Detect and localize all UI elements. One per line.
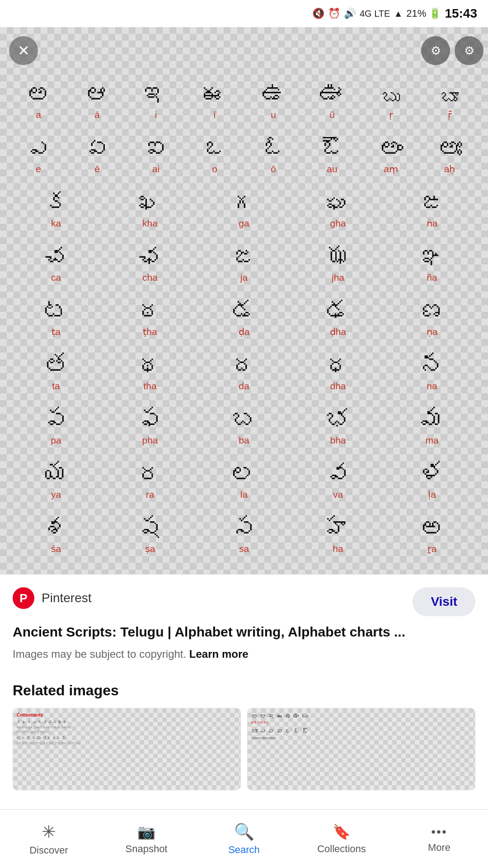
- media-button-1[interactable]: ⚙: [421, 36, 450, 65]
- clock: 15:43: [445, 6, 477, 21]
- media-controls: ⚙ ⚙: [421, 36, 483, 65]
- nav-item-collections[interactable]: 🔖 Collections: [293, 823, 390, 855]
- script-cell: గ ga: [197, 185, 291, 235]
- script-cell: త ta: [9, 348, 103, 398]
- script-cell: ల la: [197, 457, 291, 506]
- script-cell: ఆ ā: [68, 77, 127, 127]
- source-row: P Pinterest Visit: [13, 587, 475, 616]
- vowels-row2: ఎ e ఏ ē ఐ ai ఒ o ఓ ō ఔ au: [9, 131, 479, 181]
- snapshot-icon: 📷: [137, 823, 155, 840]
- script-cell: ఱ ṟa: [385, 511, 479, 561]
- script-cell: బూ ṝ: [420, 77, 479, 127]
- script-cell: బ ba: [197, 402, 291, 452]
- nav-item-discover[interactable]: ✳ Discover: [0, 822, 98, 856]
- script-cell: మ ma: [385, 402, 479, 452]
- signal-icon: ▲: [394, 9, 403, 19]
- image-title: Ancient Scripts: Telugu | Alphabet writi…: [13, 623, 475, 642]
- script-cell: అ a: [9, 77, 68, 127]
- script-cell: భ bha: [291, 402, 385, 452]
- script-cell: ఞ ña: [385, 240, 479, 289]
- network-label: 4G LTE: [360, 9, 390, 19]
- script-cell: ఔ au: [303, 131, 361, 181]
- source-name: Pinterest: [42, 591, 92, 605]
- mute-icon: 🔇: [312, 8, 324, 19]
- status-bar: 🔇 ⏰ 🔊 4G LTE ▲ 21% 🔋 15:43: [0, 0, 488, 27]
- script-cell: ఐ ai: [127, 131, 185, 181]
- script-cell: ఎ e: [9, 131, 68, 181]
- consonants-row2: చ ca ఛ cha జ ja ఝ jha ఞ ña: [9, 240, 479, 289]
- related-title: Related images: [13, 682, 475, 699]
- script-cell: య ya: [9, 457, 103, 506]
- script-cell: ట ṭa: [9, 294, 103, 344]
- nav-item-search[interactable]: 🔍 Search: [195, 822, 293, 856]
- vowels-row1: అ a ఆ ā ఇ i ఈ ī ఉ u ఊ ū: [9, 77, 479, 127]
- script-cell: హ ha: [291, 511, 385, 561]
- related-thumb-1[interactable]: Consonants క ఖ గ ఘ ఙ చ ఛ జ ఝ ఞ ka kha ga…: [13, 708, 241, 790]
- nav-item-more[interactable]: ••• More: [390, 825, 488, 854]
- discover-icon: ✳: [42, 822, 56, 842]
- alarm-icon: ⏰: [328, 8, 340, 19]
- pinterest-icon: P: [13, 587, 34, 609]
- script-cell: ఝ jha: [291, 240, 385, 289]
- script-cell: జ ja: [197, 240, 291, 289]
- script-cell: ఙ ṅa: [385, 185, 479, 235]
- related-section: Related images Consonants క ఖ గ ఘ ఙ చ ఛ …: [0, 670, 488, 790]
- media-button-2[interactable]: ⚙: [455, 36, 483, 65]
- battery-label: 21% 🔋: [406, 8, 441, 19]
- script-cell: ఏ ē: [68, 131, 127, 181]
- status-icons: 🔇 ⏰ 🔊 4G LTE ▲ 21% 🔋 15:43: [312, 6, 477, 21]
- script-cell: థ tha: [103, 348, 197, 398]
- script-cell: అం aṃ: [361, 131, 420, 181]
- script-cell: ద da: [197, 348, 291, 398]
- script-cell: ఊ ū: [303, 77, 361, 127]
- script-cell: అః aḥ: [420, 131, 479, 181]
- script-cell: బు ṛ: [361, 77, 420, 127]
- script-cell: ఉ u: [244, 77, 303, 127]
- bottom-nav: ✳ Discover 📷 Snapshot 🔍 Search 🔖 Collect…: [0, 809, 488, 868]
- script-cell: న na: [385, 348, 479, 398]
- nav-label-search: Search: [228, 844, 260, 856]
- script-cell: చ ca: [9, 240, 103, 289]
- consonants-row3: ట ṭa ఠ ṭha డ ḍa ఢ ḍha ణ ṇa: [9, 294, 479, 344]
- script-cell: ఈ ī: [185, 77, 244, 127]
- script-cell: ధ dha: [291, 348, 385, 398]
- copyright-text: Images may be subject to copyright. Lear…: [13, 648, 475, 660]
- consonants-row5: ప pa ఫ pha బ ba భ bha మ ma: [9, 402, 479, 452]
- script-cell: ఒ o: [185, 131, 244, 181]
- script-cell: ప pa: [9, 402, 103, 452]
- script-cell: ళ ḷa: [385, 457, 479, 506]
- source-section: P Pinterest Visit Ancient Scripts: Telug…: [0, 574, 488, 670]
- script-cell: ష ṣa: [103, 511, 197, 561]
- nav-label-discover: Discover: [29, 844, 68, 856]
- more-icon: •••: [431, 825, 447, 839]
- search-icon: 🔍: [234, 822, 254, 841]
- main-image-container: ✕ ⚙ ⚙ అ a ఆ ā ఇ i ఈ ī ఉ u: [0, 27, 488, 574]
- collections-icon: 🔖: [333, 823, 351, 840]
- script-cell: ఘ gha: [291, 185, 385, 235]
- script-cell: ఫ pha: [103, 402, 197, 452]
- visit-button[interactable]: Visit: [413, 587, 475, 616]
- script-cell: ఖ kha: [103, 185, 197, 235]
- script-cell: డ ḍa: [197, 294, 291, 344]
- script-cell: స sa: [197, 511, 291, 561]
- related-thumb-2[interactable]: అఆఇఈఉఊబు aāiīuūṛ బూఎఏఐఒఓఔ Vowel diacriti…: [247, 708, 475, 790]
- script-cell: ఠ ṭha: [103, 294, 197, 344]
- script-cell: ఇ i: [127, 77, 185, 127]
- close-button[interactable]: ✕: [9, 36, 38, 65]
- script-cell: ఛ cha: [103, 240, 197, 289]
- script-cell: వ va: [291, 457, 385, 506]
- learn-more-link[interactable]: Learn more: [189, 648, 249, 660]
- nav-label-more: More: [428, 842, 450, 854]
- source-left: P Pinterest: [13, 587, 92, 609]
- nav-item-snapshot[interactable]: 📷 Snapshot: [98, 823, 195, 855]
- script-cell: ఓ ō: [244, 131, 303, 181]
- nav-label-snapshot: Snapshot: [126, 843, 168, 855]
- script-cell: ర ra: [103, 457, 197, 506]
- script-cell: క ka: [9, 185, 103, 235]
- volume-icon: 🔊: [344, 8, 356, 19]
- consonants-row7: శ śa ష ṣa స sa హ ha ఱ ṟa: [9, 511, 479, 561]
- script-cell: శ śa: [9, 511, 103, 561]
- consonants-row6: య ya ర ra ల la వ va ళ ḷa: [9, 457, 479, 506]
- consonants-row1: క ka ఖ kha గ ga ఘ gha ఙ ṅa: [9, 185, 479, 235]
- related-grid: Consonants క ఖ గ ఘ ఙ చ ఛ జ ఝ ఞ ka kha ga…: [13, 708, 475, 790]
